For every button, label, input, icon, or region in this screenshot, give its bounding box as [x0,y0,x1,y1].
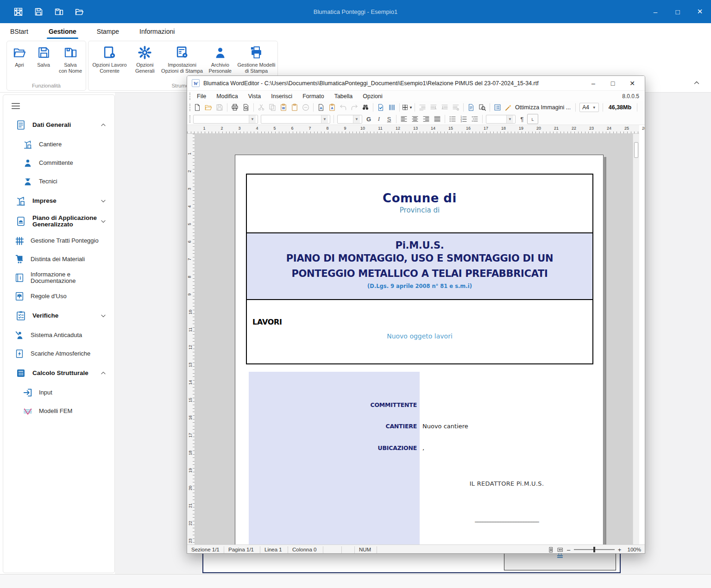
sidebar-item-input[interactable]: Input [3,383,114,402]
archivio-personale-button[interactable]: Archivio Personale [206,45,234,74]
optimize-images-label[interactable]: Ottimizza Immagini ... [515,104,571,111]
sidebar-item-committente[interactable]: Committente [3,154,114,172]
paste-w-button[interactable]: W [278,102,289,113]
fit-width-icon[interactable] [557,546,564,553]
maximize-button[interactable]: □ [667,0,689,23]
impostazioni-opzioni-di-stampa-button[interactable]: Impostazioni Opzioni di Stampa [159,45,205,74]
sidebar-item-dati-generali[interactable]: Dati Generali [3,115,114,135]
boxed-l-button[interactable]: L [527,114,538,124]
minimize-button[interactable]: – [644,0,667,23]
bold-button[interactable]: G [364,114,374,124]
page-size-select[interactable]: A4▼ [579,103,599,112]
sidebar-item-calcolo-strutturale[interactable]: Calcolo Strutturale [3,363,114,383]
open-folder-icon[interactable] [74,6,84,17]
hamburger-menu-icon[interactable] [11,101,21,111]
zoom-in-button[interactable]: + [617,546,623,553]
tab-stampe[interactable]: Stampe [87,23,129,39]
sidebar-item-tecnici[interactable]: Tecnici [3,172,114,191]
sidebar-item-cantiere[interactable]: Cantiere [3,135,114,154]
document-page[interactable]: Comune di Provincia di Pi.M.U.S. PIANO D… [235,155,604,544]
menu-opzioni[interactable]: Opzioni [358,93,387,100]
underline-button[interactable]: S [384,114,394,124]
apri-button[interactable]: Apri [8,45,31,68]
save-as-icon[interactable] [54,6,64,17]
list-multi-button[interactable] [469,114,480,124]
chevron-down-icon[interactable] [100,312,107,319]
fit-page-icon[interactable] [547,546,554,553]
salva-button[interactable]: Salva [32,45,55,68]
paste-button[interactable] [289,102,300,113]
sidebar-item-sistema-anticaduta[interactable]: Sistema Anticaduta [3,326,114,344]
zoom-slider-thumb[interactable] [593,547,595,552]
sidebar-item-gestione-tratti-ponteggio[interactable]: Gestione Tratti Ponteggio [3,231,114,250]
we-close-button[interactable]: ✕ [623,76,642,91]
app-icon[interactable] [13,6,23,17]
vertical-scrollbar[interactable] [633,134,639,544]
chevron-down-icon[interactable] [100,218,107,225]
sidebar-item-distinta-dei-materiali[interactable]: Distinta dei Materiali [3,250,114,269]
document-icon [15,119,26,131]
close-button[interactable]: ✕ [689,0,711,23]
opzioni-lavoro-corrente-button[interactable]: Opzioni Lavoro Corrente [88,45,131,74]
menu-modifica[interactable]: Modifica [211,93,243,100]
menu-formato[interactable]: Formato [297,93,329,100]
page-a-button[interactable]: A [315,102,327,113]
sidebar-item-modelli-fem[interactable]: Modelli FEM [3,402,114,420]
preview-button[interactable] [240,102,252,113]
chevron-down-icon[interactable] [100,197,107,205]
font-style-combo[interactable]: ▼ [261,115,330,124]
align-just-button[interactable] [432,114,443,124]
fields-button[interactable] [492,102,503,113]
align-center-button[interactable] [409,114,421,124]
zoom-slider[interactable] [574,549,615,550]
tab-informazioni[interactable]: Informazioni [129,23,185,39]
opzioni-generali-button[interactable]: Opzioni Generali [132,45,158,74]
sidebar-item-informazione-e-documentazione[interactable]: iInformazione e Documentazione [3,269,114,287]
sidebar-item-imprese[interactable]: Imprese [3,191,114,211]
list-bullet-button[interactable] [447,114,458,124]
printer-sm-button[interactable] [229,102,240,113]
menu-inserisci[interactable]: Inserisci [266,93,297,100]
page-plain-button[interactable] [466,102,477,113]
gestione-modelli-di-stampa-button[interactable]: Gestione Modelli di Stampa [235,45,277,74]
wand-button[interactable] [503,102,514,113]
doc-comune-title: Comune di [247,175,592,205]
zoom-out-button[interactable]: – [566,546,572,553]
menu-tabella[interactable]: Tabella [329,93,358,100]
salva-con-nome-button[interactable]: Salva con Nome [56,45,85,74]
drag-handle[interactable] [189,115,192,123]
pilcrow-button[interactable]: ¶ [517,114,527,124]
zoom-page-button[interactable] [477,102,488,113]
sidebar-item-regole-d-uso[interactable]: Regole d'Uso [3,287,114,306]
sidebar-item-scariche-atmosferiche[interactable]: Scariche Atmosferiche [3,344,114,363]
chevron-up-icon[interactable] [100,121,107,129]
tab-gestione[interactable]: Gestione [38,23,87,39]
sidebar-item-piano-di-applicazione-generalizzato[interactable]: Piano di Applicazione Generalizzato [3,211,114,231]
sidebar-item-verifiche[interactable]: Verifiche [3,306,114,326]
menu-vista[interactable]: Vista [243,93,266,100]
zoom-combo[interactable]: ▼ [486,115,516,124]
binoculars-button[interactable] [360,102,371,113]
folder-open-button[interactable] [203,102,214,113]
we-maximize-button[interactable]: □ [603,76,623,91]
chevron-up-icon[interactable] [100,369,107,377]
scrollbar-thumb[interactable] [634,142,638,158]
wordeditor-toolbar-format: ▼▼▼GIS123▼¶L [187,113,645,125]
font-family-combo[interactable]: ▼ [193,115,258,124]
borders-button[interactable]: ▼ [402,102,413,113]
we-minimize-button[interactable]: – [584,76,603,91]
clip-a-button[interactable]: A [327,102,338,113]
italic-button[interactable]: I [374,114,384,124]
tab-bstart[interactable]: BStart [0,23,38,39]
font-size-combo[interactable]: ▼ [337,115,362,124]
columns-button[interactable] [386,102,397,113]
page-new-button[interactable] [192,102,203,113]
list-num-button[interactable]: 123 [458,114,469,124]
page-check-button[interactable] [375,102,386,113]
menu-file[interactable]: File [192,93,211,100]
save-icon[interactable] [33,6,44,17]
version-label: 8.0.0.5 [622,93,639,100]
ribbon-collapse-icon[interactable] [692,79,701,87]
align-right-button[interactable] [421,114,432,124]
align-left-button[interactable] [398,114,409,124]
